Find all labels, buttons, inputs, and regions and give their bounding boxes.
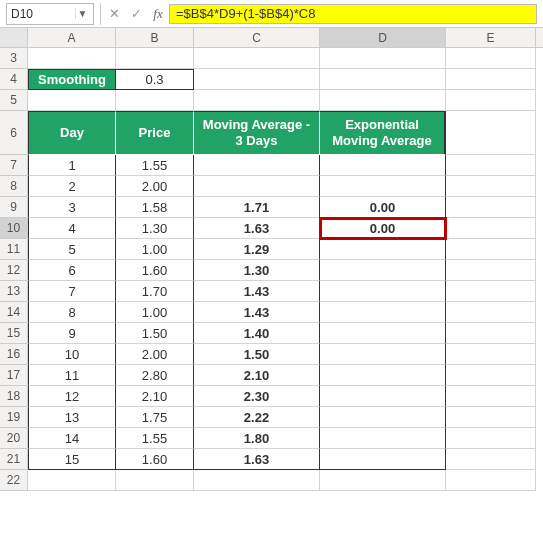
cell-day[interactable]: 5 bbox=[28, 239, 116, 260]
cell-day[interactable]: 14 bbox=[28, 428, 116, 449]
formula-input[interactable]: =$B$4*D9+(1-$B$4)*C8 bbox=[169, 4, 537, 24]
name-box[interactable]: D10 ▼ bbox=[6, 3, 94, 25]
cancel-icon[interactable]: ✕ bbox=[103, 6, 125, 21]
cell[interactable] bbox=[28, 470, 116, 491]
cell-ema[interactable] bbox=[320, 449, 446, 470]
cell-price[interactable]: 1.00 bbox=[116, 302, 194, 323]
row-header[interactable]: 15 bbox=[0, 323, 28, 344]
cell[interactable] bbox=[446, 470, 536, 491]
cell-ema[interactable] bbox=[320, 344, 446, 365]
cell-ma[interactable]: 1.29 bbox=[194, 239, 320, 260]
row-header[interactable]: 7 bbox=[0, 155, 28, 176]
header-price[interactable]: Price bbox=[116, 111, 194, 155]
cell[interactable] bbox=[446, 48, 536, 69]
chevron-down-icon[interactable]: ▼ bbox=[75, 8, 89, 19]
cell-day[interactable]: 1 bbox=[28, 155, 116, 176]
cell-price[interactable]: 2.10 bbox=[116, 386, 194, 407]
cell-ema[interactable] bbox=[320, 281, 446, 302]
cell-day[interactable]: 2 bbox=[28, 176, 116, 197]
cell-price[interactable]: 1.00 bbox=[116, 239, 194, 260]
cell-ema[interactable] bbox=[320, 386, 446, 407]
cell-price[interactable]: 1.60 bbox=[116, 449, 194, 470]
cell-ema[interactable] bbox=[320, 302, 446, 323]
row-header[interactable]: 11 bbox=[0, 239, 28, 260]
cell-day[interactable]: 11 bbox=[28, 365, 116, 386]
cell[interactable] bbox=[446, 449, 536, 470]
cell-price[interactable]: 1.50 bbox=[116, 323, 194, 344]
cell-day[interactable]: 6 bbox=[28, 260, 116, 281]
cell-day[interactable]: 15 bbox=[28, 449, 116, 470]
cell[interactable] bbox=[194, 470, 320, 491]
cell-ema[interactable]: 0.00 bbox=[320, 197, 446, 218]
cell-ma[interactable]: 1.63 bbox=[194, 218, 320, 239]
smoothing-value[interactable]: 0.3 bbox=[116, 69, 194, 90]
header-ema[interactable]: Exponential Moving Average bbox=[320, 111, 446, 155]
row-header[interactable]: 10 bbox=[0, 218, 28, 239]
cell-ema[interactable] bbox=[320, 428, 446, 449]
cell-ema[interactable] bbox=[320, 365, 446, 386]
cell-day[interactable]: 13 bbox=[28, 407, 116, 428]
cell-day[interactable]: 8 bbox=[28, 302, 116, 323]
row-header[interactable]: 8 bbox=[0, 176, 28, 197]
cell-ma[interactable]: 1.63 bbox=[194, 449, 320, 470]
cell-price[interactable]: 1.55 bbox=[116, 155, 194, 176]
cell[interactable] bbox=[446, 111, 536, 155]
cell-ma[interactable]: 1.40 bbox=[194, 323, 320, 344]
cell-ma[interactable]: 1.30 bbox=[194, 260, 320, 281]
row-header[interactable]: 13 bbox=[0, 281, 28, 302]
cell[interactable] bbox=[116, 48, 194, 69]
cell-price[interactable]: 1.60 bbox=[116, 260, 194, 281]
cell-price[interactable]: 2.00 bbox=[116, 344, 194, 365]
row-header[interactable]: 14 bbox=[0, 302, 28, 323]
cell-ema[interactable] bbox=[320, 260, 446, 281]
cell[interactable] bbox=[446, 69, 536, 90]
col-header-A[interactable]: A bbox=[28, 28, 116, 47]
row-header[interactable]: 5 bbox=[0, 90, 28, 111]
cell-ma[interactable] bbox=[194, 155, 320, 176]
cell-price[interactable]: 1.70 bbox=[116, 281, 194, 302]
cell[interactable] bbox=[320, 470, 446, 491]
cell-price[interactable]: 1.30 bbox=[116, 218, 194, 239]
cell-price[interactable]: 1.58 bbox=[116, 197, 194, 218]
cell-day[interactable]: 4 bbox=[28, 218, 116, 239]
cell[interactable] bbox=[446, 428, 536, 449]
cell-price[interactable]: 1.75 bbox=[116, 407, 194, 428]
fx-icon[interactable]: fx bbox=[147, 6, 169, 22]
cell[interactable] bbox=[116, 90, 194, 111]
cell-price[interactable]: 2.80 bbox=[116, 365, 194, 386]
row-header[interactable]: 4 bbox=[0, 69, 28, 90]
cell-ema[interactable] bbox=[320, 155, 446, 176]
cell[interactable] bbox=[446, 302, 536, 323]
cell[interactable] bbox=[446, 155, 536, 176]
row-header[interactable]: 21 bbox=[0, 449, 28, 470]
cell-day[interactable]: 7 bbox=[28, 281, 116, 302]
row-header[interactable]: 22 bbox=[0, 470, 28, 491]
header-ma[interactable]: Moving Average - 3 Days bbox=[194, 111, 320, 155]
cell[interactable] bbox=[446, 407, 536, 428]
col-header-D[interactable]: D bbox=[320, 28, 446, 47]
col-header-E[interactable]: E bbox=[446, 28, 536, 47]
cell-ma[interactable]: 2.22 bbox=[194, 407, 320, 428]
row-header[interactable]: 19 bbox=[0, 407, 28, 428]
row-header[interactable]: 3 bbox=[0, 48, 28, 69]
row-header[interactable]: 9 bbox=[0, 197, 28, 218]
cell[interactable] bbox=[446, 176, 536, 197]
col-header-C[interactable]: C bbox=[194, 28, 320, 47]
row-header[interactable]: 12 bbox=[0, 260, 28, 281]
select-all-corner[interactable] bbox=[0, 28, 28, 47]
cell-price[interactable]: 2.00 bbox=[116, 176, 194, 197]
cell-ema[interactable] bbox=[320, 407, 446, 428]
cell-ma[interactable]: 1.43 bbox=[194, 302, 320, 323]
cell[interactable] bbox=[116, 470, 194, 491]
cell-ma[interactable]: 2.30 bbox=[194, 386, 320, 407]
cell[interactable] bbox=[320, 90, 446, 111]
cell[interactable] bbox=[446, 90, 536, 111]
row-header[interactable]: 20 bbox=[0, 428, 28, 449]
check-icon[interactable]: ✓ bbox=[125, 6, 147, 21]
row-header[interactable]: 17 bbox=[0, 365, 28, 386]
cell[interactable] bbox=[28, 48, 116, 69]
cell[interactable] bbox=[446, 323, 536, 344]
cell[interactable] bbox=[194, 69, 320, 90]
cell[interactable] bbox=[28, 90, 116, 111]
row-header[interactable]: 18 bbox=[0, 386, 28, 407]
